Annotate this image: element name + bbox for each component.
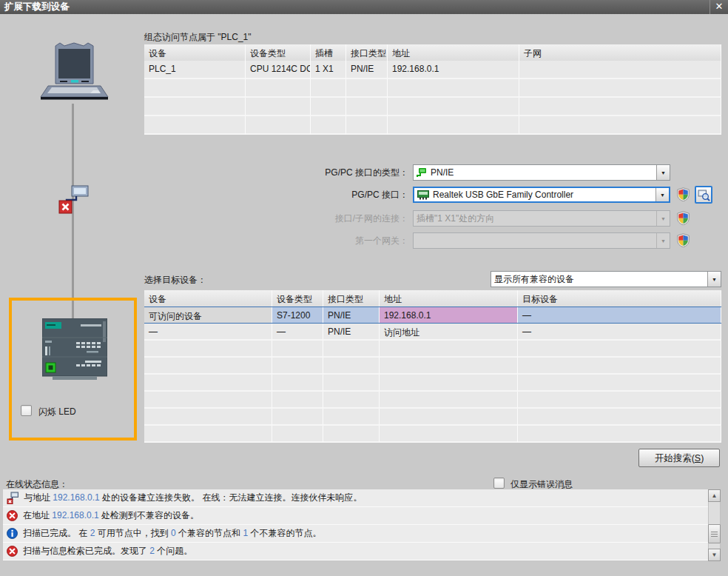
flash-led-checkbox[interactable] [21, 405, 32, 416]
table-row[interactable] [144, 358, 721, 375]
table-row[interactable] [144, 426, 721, 443]
window-title: 扩展下载到设备 [4, 1, 70, 12]
window-titlebar: 扩展下载到设备 [0, 0, 728, 14]
table-cell [272, 358, 323, 375]
chevron-down-icon[interactable]: ▼ [656, 165, 670, 180]
table-cell: — [518, 307, 721, 323]
compatible-devices-filter-select[interactable]: 显示所有兼容的设备 ▼ [491, 271, 721, 287]
table-cell [144, 426, 272, 443]
table-cell [272, 375, 323, 392]
message-text: 扫描已完成。 在 2 可用节点中，找到 0 个兼容的节点和 1 个不兼容的节点。 [23, 527, 321, 540]
status-message: 在地址 192.168.0.1 处检测到不兼容的设备。 [3, 507, 708, 525]
message-text-segment: 个问题。 [155, 546, 192, 556]
table-cell [519, 61, 721, 79]
table-cell [518, 392, 721, 409]
table-cell [144, 358, 272, 375]
table-cell [380, 358, 518, 375]
table-cell [380, 341, 518, 358]
table-cell: PN/IE [346, 61, 388, 79]
table-cell [380, 409, 518, 426]
status-message-list: 与地址 192.168.0.1 处的设备建立连接失败。 在线：无法建立连接。连接… [3, 489, 708, 560]
table-cell [519, 116, 721, 135]
message-text-segment: 处的设备建立连接失败。 在线：无法建立连接。连接伙伴未响应。 [100, 492, 363, 503]
table-cell: PN/IE [323, 307, 380, 323]
table-cell: 1 X1 [311, 61, 346, 79]
first-gateway-select: ▼ [413, 232, 670, 249]
chevron-down-icon: ▼ [656, 211, 670, 226]
table-cell [346, 98, 388, 116]
scroll-down-button[interactable]: ▼ [708, 549, 721, 561]
table-cell [346, 116, 388, 135]
start-search-label-suffix: ) [701, 453, 704, 463]
message-text-segment: 扫描与信息检索已完成。发现了 [23, 546, 149, 556]
column-header: 设备类型 [246, 44, 311, 61]
table-cell: 192.168.0.1 [388, 61, 519, 79]
table-cell [323, 375, 380, 392]
error-icon [7, 546, 18, 557]
table-cell [311, 116, 346, 135]
target-device-table: 设备设备类型接口类型地址目标设备可访问的设备S7-1200PN/IE192.16… [144, 290, 721, 443]
table-cell [272, 392, 323, 409]
scroll-thumb[interactable] [708, 524, 721, 543]
table-cell: — [272, 324, 323, 341]
table-header-row: 设备设备类型插槽接口类型地址子网 [144, 44, 721, 61]
pnie-icon [417, 167, 427, 178]
browse-accessible-devices-button[interactable] [695, 186, 712, 204]
message-text: 在地址 192.168.0.1 处检测到不兼容的设备。 [23, 509, 199, 522]
table-row[interactable]: 可访问的设备S7-1200PN/IE192.168.0.1— [144, 307, 721, 324]
table-cell: 可访问的设备 [144, 307, 272, 323]
uac-shield-icon [675, 232, 691, 248]
status-message: 与地址 192.168.0.1 处的设备建立连接失败。 在线：无法建立连接。连接… [3, 489, 708, 507]
table-body: 可访问的设备S7-1200PN/IE192.168.0.1———PN/IE访问地… [144, 307, 721, 443]
pgpc-form-label: PG/PC 接口的类型： [244, 164, 408, 181]
start-search-accesskey: S [695, 453, 701, 463]
info-icon [7, 528, 18, 539]
connection-failed-graphic [56, 182, 92, 215]
pgpc-interface-select[interactable]: Realtek USB GbE Family Controller▼ [413, 187, 670, 203]
table-cell [272, 409, 323, 426]
start-search-label: 开始搜索( [655, 453, 695, 463]
message-highlight-value: 192.168.0.1 [52, 510, 98, 520]
message-text-segment: 扫描已完成。 在 [23, 528, 90, 538]
chevron-down-icon[interactable]: ▼ [655, 188, 669, 201]
table-header-row: 设备设备类型接口类型地址目标设备 [144, 290, 721, 307]
start-search-button[interactable]: 开始搜索(S) [638, 449, 720, 467]
pgpc-interface-type-select[interactable]: PN/IE▼ [413, 164, 670, 181]
message-text: 与地址 192.168.0.1 处的设备建立连接失败。 在线：无法建立连接。连接… [24, 492, 362, 504]
scroll-up-button[interactable]: ▲ [708, 489, 721, 502]
column-header: 设备 [144, 44, 246, 61]
table-row[interactable] [144, 375, 721, 392]
table-cell [144, 79, 246, 98]
combo-text: Realtek USB GbE Family Controller [433, 190, 573, 200]
table-cell: — [144, 324, 272, 341]
browse-icon [698, 189, 710, 201]
column-header: 设备类型 [272, 290, 323, 307]
message-highlight-value: 192.168.0.1 [53, 492, 99, 503]
column-header: 接口类型 [323, 290, 380, 307]
table-cell [144, 375, 272, 392]
table-row[interactable]: ——PN/IE访问地址— [144, 324, 721, 341]
table-row [144, 79, 721, 98]
column-header: 子网 [519, 44, 721, 61]
close-button[interactable]: ✕ [710, 0, 728, 14]
pgpc-form-label: 接口/子网的连接： [244, 210, 408, 227]
table-row[interactable] [144, 409, 721, 426]
chevron-down-icon: ▼ [712, 552, 718, 558]
uac-shield-icon [675, 210, 691, 226]
table-cell [272, 341, 323, 358]
table-cell: 192.168.0.1 [380, 307, 518, 323]
table-cell [323, 358, 380, 375]
table-row[interactable] [144, 341, 721, 358]
table-cell [380, 392, 518, 409]
status-message: 扫描与信息检索已完成。发现了 2 个问题。 [3, 543, 708, 560]
table-cell [518, 426, 721, 443]
table-cell [246, 116, 311, 135]
chevron-down-icon[interactable]: ▼ [707, 272, 721, 287]
table-cell: PLC_1 [144, 61, 246, 79]
table-cell [518, 375, 721, 392]
table-row[interactable] [144, 392, 721, 409]
pgpc-form-label: 第一个网关： [244, 232, 408, 249]
message-highlight-value: 0 [171, 528, 176, 538]
config-nodes-table: 设备设备类型插槽接口类型地址子网PLC_1CPU 1214C DC/D...1 … [144, 44, 721, 135]
only-errors-checkbox[interactable] [493, 478, 505, 489]
